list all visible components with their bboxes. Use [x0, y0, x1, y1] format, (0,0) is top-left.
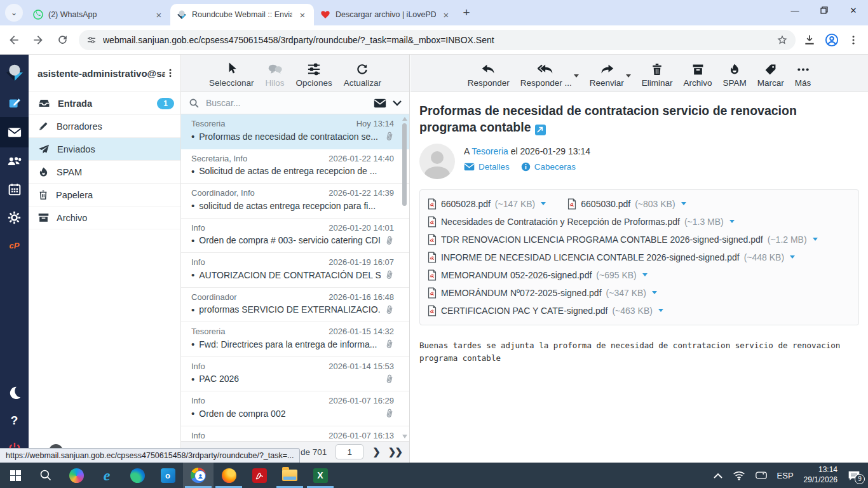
search-scope-mail-icon[interactable] — [374, 98, 386, 108]
attachment-item[interactable]: 6605030.pdf (~803 KB) — [567, 195, 686, 213]
attachment-item[interactable]: MEMORANDUM 052-2026-signed.pdf (~695 KB) — [428, 266, 648, 284]
bookmark-star-icon[interactable] — [776, 34, 788, 46]
reply-all-menu-caret[interactable] — [574, 74, 579, 78]
search-options-chevron-icon[interactable] — [393, 100, 402, 106]
attachment-item[interactable]: INFORME DE NECESIDAD LICENCIA CONTABLE 2… — [428, 248, 795, 266]
window-minimize-button[interactable]: — — [780, 0, 810, 20]
help-icon[interactable]: ? — [0, 407, 29, 435]
spam-button[interactable]: SPAM — [723, 63, 747, 88]
action-center-button[interactable]: 9 — [848, 470, 860, 481]
refresh-button[interactable]: Actualizar — [344, 63, 381, 88]
language-indicator[interactable]: ESP — [777, 471, 794, 480]
list-item[interactable]: Tesoreria Hoy 13:14 • Proformas de neces… — [181, 114, 409, 149]
address-bar[interactable]: webmail.sanjuan.gob.ec/cpsess4750615458/… — [79, 30, 796, 50]
list-item[interactable]: Info 2026-01-14 15:53 • PAC 2026 — [181, 357, 409, 392]
list-item[interactable]: Coordinador 2026-01-16 16:48 • proformas… — [181, 288, 409, 323]
profile-avatar-icon[interactable] — [825, 33, 839, 47]
tab-ilovepdf[interactable]: Descargar archivo | iLovePDF × — [314, 4, 458, 25]
list-item[interactable]: Info 2026-01-20 14:01 • Orden de compra … — [181, 219, 409, 254]
more-button[interactable]: Más — [795, 64, 811, 88]
tab-close-icon[interactable]: × — [441, 10, 451, 20]
tab-close-icon[interactable]: × — [154, 10, 164, 20]
tab-close-icon[interactable]: × — [297, 10, 308, 20]
downloads-icon[interactable] — [803, 34, 816, 46]
settings-nav-button[interactable] — [0, 203, 29, 231]
list-item[interactable]: Secretaria, Info 2026-01-22 14:40 • Soli… — [181, 149, 409, 184]
mail-nav-button[interactable] — [0, 117, 29, 147]
cpanel-icon[interactable]: cP — [0, 231, 29, 259]
attachment-menu-caret[interactable] — [642, 273, 648, 276]
list-scrollbar[interactable] — [401, 114, 409, 441]
contacts-nav-button[interactable] — [0, 147, 29, 175]
attachment-menu-caret[interactable] — [541, 202, 546, 205]
tab-roundcube[interactable]: Roundcube Webmail :: Enviados × — [170, 4, 314, 25]
list-item[interactable]: Info 2026-01-19 16:07 • AUTORIZACION DE … — [181, 253, 409, 288]
calendar-nav-button[interactable] — [0, 175, 29, 203]
next-page-icon[interactable]: ❯ — [372, 446, 379, 458]
archive-button[interactable]: Archivo — [684, 64, 712, 88]
site-settings-icon[interactable] — [86, 35, 97, 45]
reply-button[interactable]: Responder — [468, 64, 510, 88]
attachment-menu-caret[interactable] — [729, 220, 735, 223]
open-in-new-window-icon[interactable] — [535, 125, 546, 135]
tab-whatsapp[interactable]: (2) WhatsApp × — [27, 4, 170, 25]
taskbar-acrobat[interactable] — [244, 463, 275, 488]
list-item[interactable]: Info 2026-01-07 16:29 • Orden de compra … — [181, 391, 409, 426]
tab-search-button[interactable]: ⌄ — [5, 4, 23, 22]
list-item[interactable]: Coordinador, Info 2026-01-22 14:39 • sol… — [181, 184, 409, 219]
taskbar-search-button[interactable] — [31, 463, 61, 488]
attachment-menu-caret[interactable] — [652, 291, 657, 294]
taskbar-excel[interactable]: X — [305, 463, 336, 488]
tray-device-icon[interactable] — [756, 471, 767, 480]
list-item[interactable]: Tesoreria 2026-01-15 14:32 • Fwd: Direct… — [181, 322, 409, 357]
last-page-icon[interactable]: ❯❯ — [388, 446, 402, 458]
delete-button[interactable]: Eliminar — [642, 63, 673, 88]
sidebar-item-spam[interactable]: SPAM — [29, 161, 180, 184]
sidebar-item-enviados[interactable]: Enviados — [29, 138, 180, 161]
details-toggle[interactable]: Detalles — [464, 162, 510, 172]
attachment-item[interactable]: TDR RENOVACION LICENCIA PROGRAMA CONTABL… — [428, 231, 818, 248]
attachment-menu-caret[interactable] — [790, 255, 795, 259]
taskbar-chrome[interactable] — [183, 463, 214, 488]
attachment-item[interactable]: Necesidades de Contratación y Recepción … — [428, 213, 735, 231]
mark-button[interactable]: Marcar — [757, 64, 784, 88]
attachment-menu-caret[interactable] — [658, 309, 663, 312]
sidebar-item-papelera[interactable]: Papelera — [29, 184, 180, 207]
sidebar-item-borradores[interactable]: Borradores — [29, 115, 180, 138]
attachment-item[interactable]: CERTIFICACION PAC Y CATE-signed.pdf (~46… — [428, 302, 663, 320]
taskbar-copilot[interactable] — [61, 463, 92, 488]
taskbar-edge[interactable] — [122, 463, 153, 488]
tray-chevron-up-icon[interactable] — [714, 473, 722, 478]
url-text[interactable]: webmail.sanjuan.gob.ec/cpsess4750615458/… — [103, 35, 770, 45]
forward-button[interactable]: Reenviar — [590, 64, 624, 88]
reply-all-button[interactable]: Responder ... — [520, 64, 572, 88]
taskbar-file-explorer[interactable] — [275, 463, 305, 488]
headers-toggle[interactable]: Cabeceras — [521, 162, 576, 172]
taskbar-clock[interactable]: 13:14 29/1/2026 — [804, 465, 837, 485]
search-input[interactable] — [206, 98, 367, 108]
sidebar-item-entrada[interactable]: Entrada 1 — [29, 92, 180, 115]
start-button[interactable] — [0, 463, 31, 488]
dark-mode-moon-icon[interactable] — [0, 379, 29, 407]
page-number-input[interactable] — [336, 444, 363, 459]
taskbar-outlook[interactable]: o — [153, 463, 183, 488]
forward-menu-caret[interactable] — [626, 74, 631, 78]
reload-button[interactable] — [52, 30, 72, 50]
attachment-menu-caret[interactable] — [813, 238, 818, 241]
compose-button[interactable] — [0, 89, 29, 117]
window-close-button[interactable]: ✕ — [839, 0, 868, 20]
back-button[interactable] — [4, 30, 24, 50]
select-button[interactable]: Seleccionar — [209, 62, 254, 88]
list-item[interactable]: Info 2026-01-07 16:13 • — [181, 426, 409, 442]
taskbar-internet-explorer[interactable]: e — [92, 463, 122, 488]
window-restore-button[interactable] — [810, 0, 839, 20]
sidebar-item-archivo[interactable]: Archivo — [29, 207, 180, 229]
taskbar-firefox[interactable] — [214, 463, 244, 488]
threads-button[interactable]: Hilos — [266, 63, 285, 88]
attachment-item[interactable]: MEMORÁNDUM Nº072-2025-signed.pdf (~347 K… — [428, 284, 657, 302]
browser-menu-icon[interactable] — [848, 34, 859, 46]
wifi-icon[interactable] — [733, 471, 745, 480]
recipient-link[interactable]: Tesoreria — [471, 146, 508, 156]
attachment-item[interactable]: 6605028.pdf (~147 KB) — [428, 195, 546, 213]
new-tab-button[interactable]: + — [458, 4, 475, 22]
